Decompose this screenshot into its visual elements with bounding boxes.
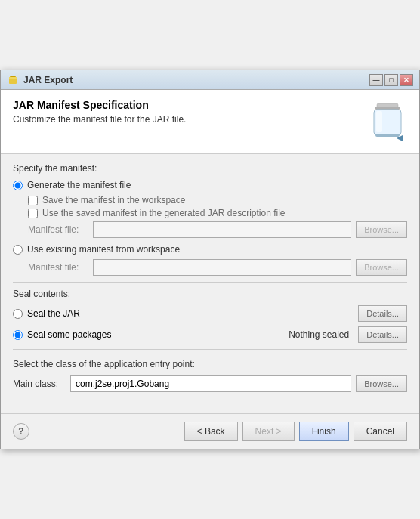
specify-manifest-label: Specify the manifest: [13,163,407,174]
title-bar-buttons: — □ ✕ [369,74,413,86]
seal-packages-row: Seal some packages Nothing sealed Detail… [13,326,407,343]
main-class-browse-button[interactable]: Browse... [356,375,407,392]
minimize-button[interactable]: — [369,74,383,86]
use-saved-manifest-checkbox[interactable] [28,209,38,218]
svg-rect-4 [375,107,400,110]
main-class-row: Main class: Browse... [13,375,407,392]
manifest-file-row: Manifest file: Browse... [28,221,407,238]
nothing-sealed-label: Nothing sealed [289,329,349,340]
seal-packages-radio[interactable] [13,330,23,340]
use-existing-manifest-option: Use existing manifest from workspace [13,244,407,255]
divider-1 [13,282,407,283]
next-button[interactable]: Next > [242,422,295,441]
entry-point-section: Select the class of the application entr… [13,359,407,392]
seal-jar-left: Seal the JAR [13,308,80,319]
manifest-file-input-2[interactable] [93,259,351,276]
use-existing-manifest-label: Use existing manifest from workspace [27,244,180,255]
header-text: JAR Manifest Specification Customize the… [13,99,186,125]
svg-rect-6 [376,111,382,132]
manifest-file-label-2: Manifest file: [28,262,88,273]
cancel-button[interactable]: Cancel [354,422,407,441]
title-bar: JAR Export — □ ✕ [1,70,419,90]
svg-rect-7 [375,134,400,137]
manifest-browse-button[interactable]: Browse... [356,221,407,238]
footer-buttons: < Back Next > Finish Cancel [184,422,407,441]
manifest-browse-button-2[interactable]: Browse... [356,259,407,276]
seal-jar-details-button[interactable]: Details... [358,305,407,322]
back-button[interactable]: < Back [184,422,238,441]
title-bar-left: JAR Export [7,74,73,86]
window-title: JAR Export [23,75,73,85]
save-manifest-option: Save the manifest in the workspace [28,195,407,205]
seal-jar-label: Seal the JAR [27,308,80,319]
seal-packages-label: Seal some packages [27,329,111,340]
close-button[interactable]: ✕ [400,74,413,86]
generate-manifest-label: Generate the manifest file [27,180,131,190]
use-existing-manifest-radio[interactable] [13,245,23,255]
seal-jar-row: Seal the JAR Details... [13,305,407,322]
seal-label: Seal contents: [13,289,407,299]
finish-button[interactable]: Finish [299,422,349,441]
page-subtitle: Customize the manifest file for the JAR … [13,114,186,125]
seal-jar-radio[interactable] [13,309,23,319]
main-class-input[interactable] [70,375,351,392]
main-content: Specify the manifest: Generate the manif… [1,154,419,401]
generate-manifest-radio[interactable] [13,181,23,190]
footer: ? < Back Next > Finish Cancel [1,413,419,449]
seal-packages-left: Seal some packages [13,329,111,340]
help-button[interactable]: ? [13,423,29,440]
use-saved-manifest-option: Use the saved manifest in the generated … [28,208,407,218]
seal-packages-details-button[interactable]: Details... [358,326,407,343]
manifest-file-input[interactable] [93,221,351,238]
manifest-file-label: Manifest file: [28,224,88,235]
divider-2 [13,349,407,350]
seal-packages-right: Nothing sealed Details... [289,326,407,343]
generate-manifest-options: Save the manifest in the workspace Use t… [28,195,407,218]
save-manifest-checkbox[interactable] [28,196,38,205]
jar-image [368,99,407,144]
svg-rect-2 [9,77,17,79]
save-manifest-label: Save the manifest in the workspace [42,195,185,205]
header-section: JAR Manifest Specification Customize the… [1,90,419,154]
use-saved-manifest-label: Use the saved manifest in the generated … [42,208,286,218]
page-title: JAR Manifest Specification [13,99,186,111]
jar-export-window: JAR Export — □ ✕ JAR Manifest Specificat… [0,70,420,449]
entry-point-label: Select the class of the application entr… [13,359,407,369]
seal-section: Seal contents: Seal the JAR Details... S… [13,289,407,343]
manifest-file-row-2: Manifest file: Browse... [28,259,407,276]
main-class-field-label: Main class: [13,378,66,389]
maximize-button[interactable]: □ [384,74,398,86]
svg-rect-0 [10,76,16,77]
generate-manifest-option: Generate the manifest file [13,180,407,190]
window-icon [7,74,19,86]
